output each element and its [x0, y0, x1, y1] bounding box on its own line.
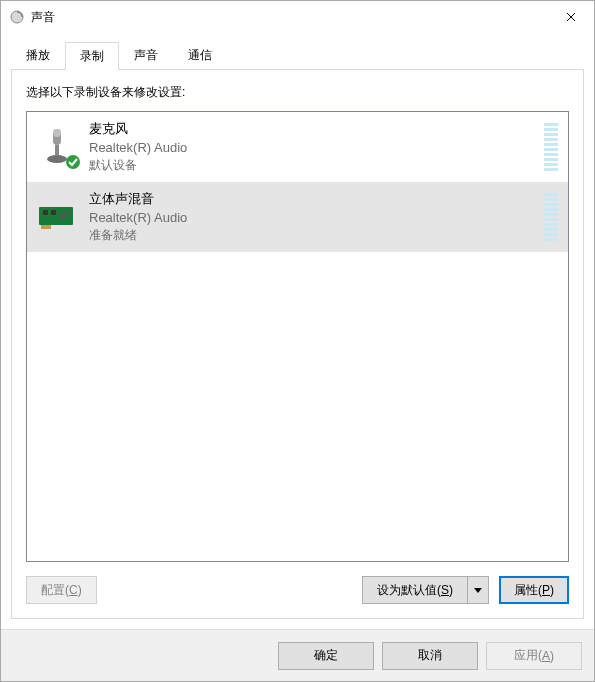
default-check-icon	[65, 154, 81, 173]
device-status: 默认设备	[89, 157, 532, 174]
dialog-footer: 确定 取消 应用(A)	[1, 629, 594, 681]
device-status: 准备就绪	[89, 227, 532, 244]
svg-rect-9	[51, 210, 56, 215]
apply-button: 应用(A)	[486, 642, 582, 670]
tab-playback[interactable]: 播放	[11, 41, 65, 69]
device-name: 麦克风	[89, 120, 532, 138]
chevron-down-icon	[474, 588, 482, 593]
device-driver: Realtek(R) Audio	[89, 210, 532, 225]
instruction-text: 选择以下录制设备来修改设置:	[26, 84, 569, 101]
set-default-button[interactable]: 设为默认值(S)	[362, 576, 467, 604]
svg-point-11	[67, 211, 71, 215]
dialog-content: 播放 录制 声音 通信 选择以下录制设备来修改设置:	[1, 33, 594, 629]
set-default-split: 设为默认值(S)	[362, 576, 489, 604]
svg-point-5	[66, 155, 80, 169]
microphone-icon	[37, 123, 77, 171]
tab-sound[interactable]: 声音	[119, 41, 173, 69]
soundcard-icon	[37, 193, 77, 241]
svg-rect-2	[53, 129, 61, 137]
tab-comm[interactable]: 通信	[173, 41, 227, 69]
device-name: 立体声混音	[89, 190, 532, 208]
set-default-dropdown[interactable]	[467, 576, 489, 604]
properties-button[interactable]: 属性(P)	[499, 576, 569, 604]
device-item[interactable]: 立体声混音 Realtek(R) Audio 准备就绪	[27, 182, 568, 252]
tab-strip: 播放 录制 声音 通信	[11, 41, 584, 69]
level-meter	[544, 123, 558, 171]
svg-rect-8	[43, 210, 48, 215]
device-driver: Realtek(R) Audio	[89, 140, 532, 155]
ok-button[interactable]: 确定	[278, 642, 374, 670]
cancel-button[interactable]: 取消	[382, 642, 478, 670]
svg-point-0	[11, 11, 23, 23]
device-info: 麦克风 Realtek(R) Audio 默认设备	[89, 120, 532, 174]
svg-point-10	[60, 213, 66, 219]
svg-rect-6	[39, 207, 73, 225]
panel-buttons: 配置(C) 设为默认值(S) 属性(P)	[26, 576, 569, 604]
tab-panel: 选择以下录制设备来修改设置: 麦克风 Realtek(R) A	[11, 69, 584, 619]
device-list[interactable]: 麦克风 Realtek(R) Audio 默认设备	[26, 111, 569, 562]
app-icon	[9, 9, 25, 25]
level-meter	[544, 193, 558, 241]
titlebar: 声音	[1, 1, 594, 33]
close-icon	[566, 12, 576, 22]
window-title: 声音	[31, 9, 548, 26]
device-item[interactable]: 麦克风 Realtek(R) Audio 默认设备	[27, 112, 568, 182]
svg-point-4	[47, 155, 67, 163]
svg-rect-7	[41, 225, 51, 229]
device-info: 立体声混音 Realtek(R) Audio 准备就绪	[89, 190, 532, 244]
configure-button: 配置(C)	[26, 576, 97, 604]
tab-recording[interactable]: 录制	[65, 42, 119, 70]
close-button[interactable]	[548, 1, 594, 33]
svg-rect-3	[55, 145, 59, 155]
